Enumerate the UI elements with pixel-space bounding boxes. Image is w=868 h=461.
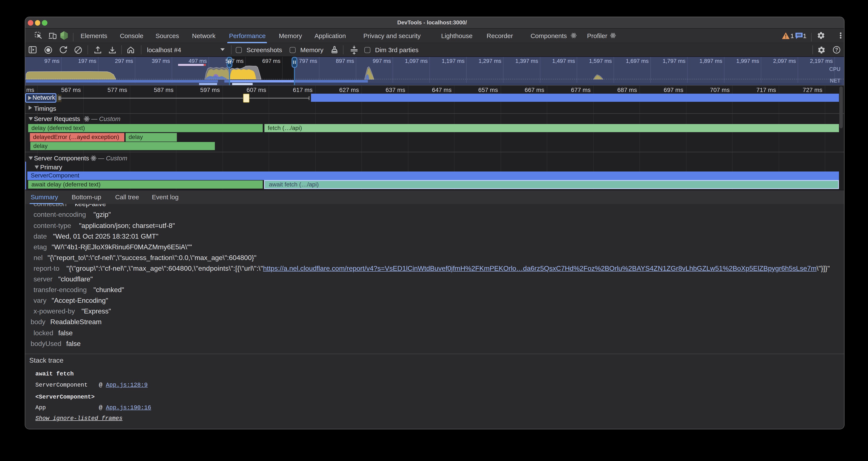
svg-text:?: ? (835, 47, 838, 53)
